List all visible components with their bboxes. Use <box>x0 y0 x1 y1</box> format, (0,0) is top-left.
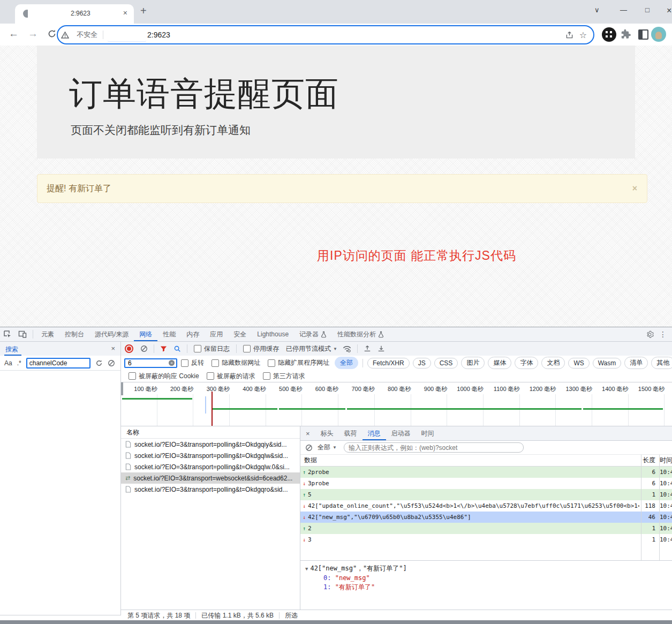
clear-icon[interactable] <box>108 359 115 367</box>
network-conditions-icon[interactable] <box>343 345 351 352</box>
tab-console[interactable]: 控制台 <box>59 327 89 341</box>
type-filter-media[interactable]: 媒体 <box>488 357 511 369</box>
preserve-log-checkbox[interactable]: 保留日志 <box>194 344 230 354</box>
tab-sources[interactable]: 源代码/来源 <box>89 327 134 341</box>
tree-item[interactable]: 1: "有新订单了" <box>305 583 672 592</box>
request-row[interactable]: socket.io/?EIO=3&transport=polling&t=Okd… <box>121 484 300 495</box>
device-toolbar-icon[interactable] <box>18 330 27 339</box>
type-filter-img[interactable]: 图片 <box>461 357 485 369</box>
tab-application[interactable]: 应用 <box>205 327 228 341</box>
tab-performance[interactable]: 性能 <box>157 327 181 341</box>
browser-tab[interactable]: 2:9623 × <box>15 4 134 24</box>
message-row[interactable]: ↑ 5 1 10:4 <box>300 489 672 500</box>
search-tab[interactable]: 搜索 <box>5 345 18 354</box>
type-filter-css[interactable]: CSS <box>434 358 458 369</box>
message-row[interactable]: ↑ 2probe 6 10:4 <box>300 467 672 478</box>
clear-network-icon[interactable] <box>140 345 148 352</box>
message-row[interactable]: ↓ 3 1 10:4 <box>300 534 672 545</box>
timeline-handle[interactable] <box>121 382 123 395</box>
tab-recorder[interactable]: 记录器 <box>294 327 332 341</box>
bookmark-star-icon[interactable]: ☆ <box>579 30 587 40</box>
throttling-dropdown[interactable]: 已停用节流模式 <box>286 344 331 354</box>
extension-icon[interactable] <box>602 27 616 42</box>
type-filter-all[interactable]: 全部 <box>335 357 358 369</box>
tab-network[interactable]: 网络 <box>134 327 157 341</box>
close-detail-icon[interactable]: × <box>306 430 310 438</box>
column-divider[interactable] <box>659 455 660 560</box>
tab-initiator[interactable]: 启动器 <box>386 426 416 440</box>
export-har-icon[interactable] <box>377 345 385 352</box>
clear-messages-icon[interactable] <box>305 444 313 452</box>
tab-performance-insights[interactable]: 性能数据分析 <box>332 327 389 341</box>
request-list-header[interactable]: 名称 <box>121 426 300 439</box>
type-filter-other[interactable]: 其他 <box>651 357 672 369</box>
type-filter-wasm[interactable]: Wasm <box>593 358 622 369</box>
blocked-requests-checkbox[interactable]: 被屏蔽的请求 <box>207 372 255 381</box>
tab-close-icon[interactable]: × <box>123 9 127 17</box>
refresh-icon[interactable] <box>95 359 103 367</box>
side-panel-icon[interactable] <box>638 29 648 40</box>
disable-cache-checkbox[interactable]: 停用缓存 <box>243 344 279 354</box>
message-row[interactable]: ↑ 2 1 10:4 <box>300 523 672 534</box>
col-data[interactable]: 数据 <box>300 456 639 465</box>
filter-funnel-icon[interactable] <box>160 345 167 352</box>
message-row[interactable]: ↓ 3probe 6 10:4 <box>300 478 672 489</box>
message-row[interactable]: ↓ 42["update_online_count","\u5f53\u524d… <box>300 500 672 512</box>
type-filter-font[interactable]: 字体 <box>515 357 538 369</box>
tree-root[interactable]: ▼42["new_msg"，"有新订单了"] <box>305 564 672 574</box>
alert-close-icon[interactable]: × <box>632 175 637 202</box>
search-network-icon[interactable] <box>173 345 181 352</box>
request-row[interactable]: socket.io/?EIO=3&transport=polling&t=Okd… <box>121 461 300 472</box>
type-filter-ws[interactable]: WS <box>568 358 589 369</box>
col-length[interactable]: 长度 <box>639 456 658 465</box>
request-row[interactable]: socket.io/?EIO=3&transport=polling&t=Okd… <box>121 450 300 461</box>
tab-timing[interactable]: 时间 <box>416 426 440 440</box>
hide-extension-urls-checkbox[interactable]: 隐藏扩展程序网址 <box>268 358 329 367</box>
type-filter-manifest[interactable]: 清单 <box>624 357 648 369</box>
forward-button[interactable]: → <box>28 28 38 39</box>
tab-messages[interactable]: 消息 <box>363 426 386 440</box>
type-filter-js[interactable]: JS <box>413 358 431 369</box>
import-har-icon[interactable] <box>364 345 371 352</box>
column-divider[interactable] <box>641 455 641 560</box>
back-button[interactable]: ← <box>9 28 19 39</box>
search-close-icon[interactable]: × <box>111 344 115 352</box>
request-row[interactable]: socket.io/?EIO=3&transport=polling&t=Okd… <box>121 439 300 450</box>
clear-filter-icon[interactable]: × <box>169 360 175 366</box>
record-icon[interactable] <box>125 344 133 353</box>
more-options-icon[interactable]: ⋮ <box>659 330 667 339</box>
message-type-dropdown[interactable]: 全部 ▼ <box>318 443 339 452</box>
tab-elements[interactable]: 元素 <box>36 327 59 341</box>
match-case-button[interactable]: Aa <box>4 359 12 367</box>
address-bar[interactable]: 不安全 2:9623 ☆ <box>57 25 594 44</box>
regex-button[interactable]: .* <box>17 359 21 367</box>
extensions-puzzle-icon[interactable] <box>620 28 632 40</box>
invert-checkbox[interactable]: 反转 <box>181 358 204 367</box>
type-filter-xhr[interactable]: Fetch/XHR <box>367 358 410 369</box>
settings-gear-icon[interactable] <box>646 330 654 339</box>
new-tab-button[interactable]: + <box>140 5 147 17</box>
type-filter-doc[interactable]: 文档 <box>541 357 565 369</box>
tab-search-icon[interactable]: ∨ <box>594 6 600 14</box>
minimize-button[interactable]: — <box>620 6 627 14</box>
share-icon[interactable] <box>565 31 574 40</box>
tab-payload[interactable]: 载荷 <box>339 426 363 440</box>
blocked-cookies-checkbox[interactable]: 被屏蔽的响应 Cookie <box>129 372 199 381</box>
col-time[interactable]: 时间 <box>658 456 672 465</box>
tab-lighthouse[interactable]: Lighthouse <box>252 327 294 341</box>
tree-item[interactable]: 0: "new_msg" <box>305 574 672 583</box>
hide-data-urls-checkbox[interactable]: 隐藏数据网址 <box>212 358 260 367</box>
profile-avatar[interactable] <box>651 27 666 42</box>
inspect-element-icon[interactable] <box>3 330 12 339</box>
network-overview[interactable]: 100 毫秒 200 毫秒 300 毫秒 400 毫秒 500 毫秒 600 毫… <box>121 382 672 426</box>
third-party-checkbox[interactable]: 第三方请求 <box>263 372 305 381</box>
maximize-button[interactable]: □ <box>645 6 650 14</box>
regex-filter-input[interactable] <box>344 442 524 453</box>
tab-security[interactable]: 安全 <box>228 327 252 341</box>
tab-memory[interactable]: 内存 <box>181 327 205 341</box>
tab-headers[interactable]: 标头 <box>315 426 339 440</box>
search-input[interactable] <box>26 358 90 369</box>
close-button[interactable]: × <box>667 6 671 16</box>
reload-icon[interactable] <box>47 29 57 39</box>
request-row-selected[interactable]: ⇄ socket.io/?EIO=3&transport=websocket&s… <box>121 472 300 484</box>
